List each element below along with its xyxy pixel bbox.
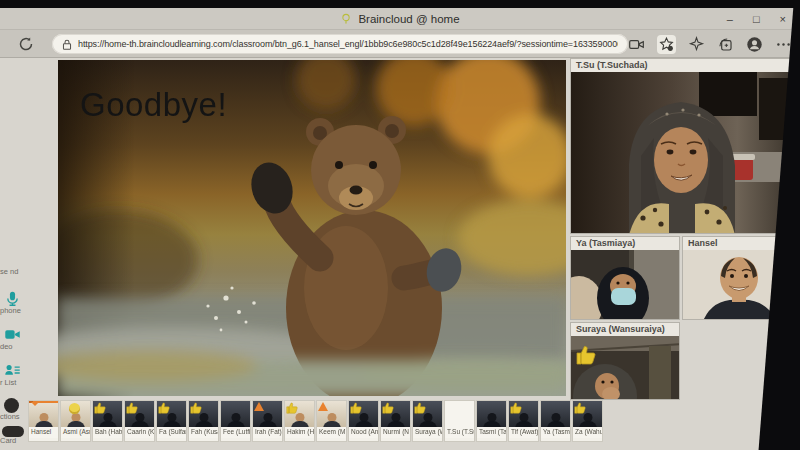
person-silhouette: [195, 413, 213, 427]
person-silhouette: [547, 413, 565, 427]
participant-chip[interactable]: T.Su (T.Su: [444, 400, 475, 442]
thumbs-up-icon: [349, 401, 363, 415]
more-menu-icon[interactable]: [775, 36, 792, 53]
profile-avatar[interactable]: [746, 36, 763, 53]
participant-name: Bah (Hab: [93, 427, 122, 438]
person-silhouette: [227, 413, 245, 427]
participant-thumbnail: [509, 401, 538, 427]
url-bar[interactable]: https://home-th.braincloudlearning.com/c…: [52, 34, 628, 54]
microphone-label: phone: [0, 307, 46, 315]
minimize-button[interactable]: –: [727, 13, 733, 25]
participant-chip[interactable]: Irah (Fat): [252, 400, 283, 442]
person-silhouette: [419, 413, 437, 427]
participant-thumbnail: Teacher: [29, 401, 58, 427]
participant-chip[interactable]: Ya (Tasmi: [540, 400, 571, 442]
participant-thumbnail: [157, 401, 186, 427]
microphone-icon: [4, 290, 21, 307]
video-name-ya: Ya (Tasmiaya): [571, 237, 679, 250]
video-tile-suraya[interactable]: Suraya (Wansuraiya): [570, 322, 680, 400]
close-button[interactable]: ×: [780, 13, 786, 25]
tab-media-icon[interactable]: [628, 36, 645, 53]
participant-chip[interactable]: Hakim (H: [284, 400, 315, 442]
person-silhouette: [99, 413, 117, 427]
participant-thumbnail: [125, 401, 154, 427]
participant-thumbnail: [61, 401, 90, 427]
thumbs-up-icon: [573, 401, 587, 415]
participant-chip[interactable]: Tasmi (Ta: [476, 400, 507, 442]
person-silhouette: [163, 413, 181, 427]
participant-chip[interactable]: Teacher Hansel: [28, 400, 59, 442]
user-list-icon: [4, 362, 21, 379]
participant-thumbnail: [221, 401, 250, 427]
participant-thumbnail: [189, 401, 218, 427]
person-silhouette: [259, 413, 277, 427]
person-silhouette: [451, 413, 469, 427]
participant-chip[interactable]: Keem (M: [316, 400, 347, 442]
person-silhouette: [515, 413, 533, 427]
participant-chip[interactable]: Nurmi (N: [380, 400, 411, 442]
participant-chip[interactable]: Bah (Hab: [92, 400, 123, 442]
participant-chip[interactable]: Tif (Awat): [508, 400, 539, 442]
video-label: deo: [0, 343, 46, 351]
participant-thumbnail: [317, 401, 346, 427]
user-list-label: r List: [0, 379, 46, 387]
participant-name: Tasmi (Ta: [477, 427, 506, 438]
thumbs-up-icon: [509, 401, 523, 415]
participant-name: T.Su (T.Su: [445, 427, 474, 438]
sidebar-item-video[interactable]: deo: [0, 326, 46, 351]
person-silhouette: [323, 413, 341, 427]
participant-chip[interactable]: Za (Wahuf: [572, 400, 603, 442]
participant-name: Fah (Kusa: [189, 427, 218, 438]
participant-thumbnail: [381, 401, 410, 427]
participant-name: Tif (Awat): [509, 427, 538, 438]
tab-groups-icon[interactable]: [717, 36, 734, 53]
restore-button[interactable]: □: [753, 13, 760, 25]
participant-name: Hakim (H: [285, 427, 314, 438]
thumbs-up-icon: [125, 401, 139, 415]
tab-title-text: Braincloud @ home: [358, 13, 459, 25]
thumbs-up-icon: [574, 343, 598, 367]
thumbs-up-icon: [381, 401, 395, 415]
warning-icon: [318, 402, 328, 411]
tab-title: Braincloud @ home: [0, 8, 800, 30]
participant-chip[interactable]: Fa (Sulfar: [156, 400, 187, 442]
reactions-icon: [4, 398, 19, 413]
person-silhouette: [355, 413, 373, 427]
favorites-icon[interactable]: [657, 35, 676, 54]
participants-row: Teacher Hansel Asmi (Asr Bah (Hab: [28, 400, 603, 442]
participant-chip[interactable]: Fee (Lutfi: [220, 400, 251, 442]
video-name-tsu: T.Su (T.Suchada): [571, 59, 791, 72]
browser-titlebar: Braincloud @ home – □ ×: [0, 8, 800, 30]
sidebar-item-user-list[interactable]: r List: [0, 362, 46, 387]
shared-slide-image: Goodbye!: [58, 60, 566, 396]
participant-name: Fee (Lutfi: [221, 427, 250, 438]
video-camera-icon: [4, 326, 21, 343]
slide-caption: Goodbye!: [80, 86, 227, 124]
participant-chip[interactable]: Fah (Kusa: [188, 400, 219, 442]
person-silhouette: [291, 413, 309, 427]
collections-icon[interactable]: [688, 36, 705, 53]
participant-chip[interactable]: Asmi (Asr: [60, 400, 91, 442]
participant-chip[interactable]: Caarin (K): [124, 400, 155, 442]
participant-name: Asmi (Asr: [61, 427, 90, 438]
smiley-icon: [69, 403, 80, 414]
participant-name: Irah (Fat): [253, 427, 282, 438]
braincloud-lightbulb-favicon: [340, 13, 352, 25]
participant-thumbnail: [445, 401, 474, 427]
participant-name: Caarin (K): [125, 427, 154, 438]
person-silhouette: [131, 413, 149, 427]
thumbs-up-icon: [189, 401, 203, 415]
participant-thumbnail: [285, 401, 314, 427]
participant-chip[interactable]: Nood (An: [348, 400, 379, 442]
sidebar-item-raise-hand[interactable]: se nd: [0, 268, 46, 276]
lock-icon: [62, 39, 72, 50]
thumbs-up-icon: [157, 401, 171, 415]
person-silhouette: [387, 413, 405, 427]
participant-name: Nurmi (N: [381, 427, 410, 438]
sidebar-item-microphone[interactable]: phone: [0, 290, 46, 315]
video-tile-tsu[interactable]: T.Su (T.Suchada): [570, 58, 792, 234]
reload-icon[interactable]: [18, 36, 34, 52]
participant-chip[interactable]: Suraya (W: [412, 400, 443, 442]
participant-thumbnail: [413, 401, 442, 427]
video-tile-ya[interactable]: Ya (Tasmiaya): [570, 236, 680, 320]
